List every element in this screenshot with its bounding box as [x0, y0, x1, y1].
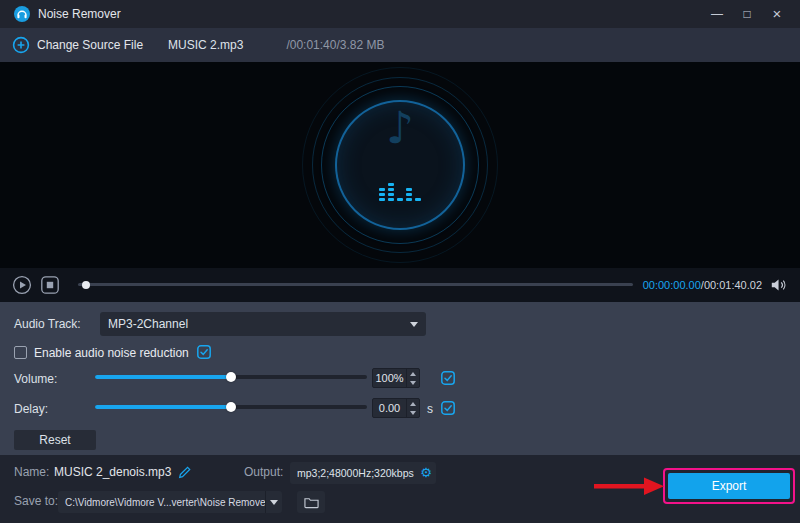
save-path-value: C:\Vidmore\Vidmore V...verter\Noise Remo…	[58, 497, 265, 508]
volume-spinbox[interactable]: 100%	[372, 368, 420, 388]
volume-spin-down-icon[interactable]	[407, 378, 419, 387]
noise-reduction-label: Enable audio noise reduction	[34, 346, 189, 360]
delay-spin-down-icon[interactable]	[407, 408, 419, 417]
play-button[interactable]	[12, 275, 32, 295]
window-controls: — □ ×	[702, 0, 792, 28]
source-file-name: MUSIC 2.mp3	[168, 38, 243, 52]
save-path-dropdown[interactable]	[265, 491, 282, 513]
delay-apply-to-all-icon[interactable]	[440, 400, 456, 416]
change-source-file-button[interactable]: Change Source File	[12, 36, 143, 54]
output-file-name: MUSIC 2_denois.mp3	[54, 465, 171, 479]
stop-button[interactable]	[40, 275, 60, 295]
output-format-value: mp3;2;48000Hz;320kbps	[297, 467, 420, 479]
audio-track-label: Audio Track:	[14, 317, 81, 331]
speaker-volume-icon[interactable]	[770, 277, 788, 293]
volume-fill	[95, 375, 231, 379]
apply-to-all-icon[interactable]	[196, 344, 212, 360]
delay-unit: s	[427, 402, 433, 416]
seek-track	[78, 283, 633, 286]
change-source-label: Change Source File	[37, 38, 143, 52]
delay-handle[interactable]	[226, 402, 236, 412]
delay-value: 0.00	[373, 399, 406, 417]
window-title: Noise Remover	[38, 7, 121, 21]
music-note-icon: ♪	[386, 106, 414, 150]
delay-spin-up-icon[interactable]	[407, 399, 419, 408]
name-label: Name:	[14, 465, 49, 479]
seek-slider[interactable]	[78, 275, 633, 295]
volume-spinners	[406, 369, 419, 387]
noise-reduction-checkbox[interactable]	[14, 346, 27, 359]
settings-panel: Audio Track: MP3-2Channel Enable audio n…	[0, 302, 800, 455]
toolbar: Change Source File MUSIC 2.mp3 /00:01:40…	[0, 28, 800, 62]
save-to-label: Save to:	[14, 494, 58, 508]
volume-handle[interactable]	[226, 372, 236, 382]
close-button[interactable]: ×	[762, 0, 792, 28]
export-button[interactable]: Export	[668, 473, 790, 499]
volume-spin-up-icon[interactable]	[407, 369, 419, 378]
player-bar: 00:00:00.00/00:01:40.02	[0, 268, 800, 302]
total-duration: /00:01:40.02	[701, 279, 762, 291]
output-format-select[interactable]: mp3;2;48000Hz;320kbps ⚙	[290, 462, 436, 484]
delay-fill	[95, 405, 231, 409]
time-display: 00:00:00.00/00:01:40.02	[643, 279, 762, 291]
gear-icon[interactable]: ⚙	[420, 462, 432, 484]
noise-remover-window: Noise Remover — □ × Change Source File M…	[0, 0, 800, 523]
volume-apply-to-all-icon[interactable]	[440, 370, 456, 386]
save-path-select[interactable]: C:\Vidmore\Vidmore V...verter\Noise Remo…	[58, 491, 282, 513]
browse-folder-button[interactable]	[297, 491, 325, 513]
maximize-button[interactable]: □	[732, 0, 762, 28]
audio-disc: ♪	[335, 100, 465, 230]
delay-spinbox[interactable]: 0.00	[372, 398, 420, 418]
output-label: Output:	[244, 465, 283, 479]
volume-label: Volume:	[14, 372, 57, 386]
titlebar: Noise Remover — □ ×	[0, 0, 800, 28]
audio-track-value: MP3-2Channel	[108, 317, 410, 331]
plus-circle-icon	[12, 36, 30, 54]
current-time: 00:00:00.00	[643, 279, 701, 291]
chevron-down-icon	[270, 500, 278, 505]
audio-preview-area: ♪	[0, 62, 800, 268]
audio-track-select[interactable]: MP3-2Channel	[100, 312, 426, 336]
app-logo-headphones-icon	[14, 6, 30, 22]
seek-handle[interactable]	[82, 281, 90, 289]
chevron-down-icon	[410, 322, 418, 327]
edit-pencil-icon[interactable]	[178, 464, 193, 479]
delay-slider[interactable]	[95, 401, 367, 413]
source-file-info: /00:01:40/3.82 MB	[286, 38, 384, 52]
reset-button[interactable]: Reset	[14, 430, 96, 450]
delay-label: Delay:	[14, 402, 48, 416]
volume-value: 100%	[373, 369, 406, 387]
equalizer-bars-icon	[377, 174, 423, 208]
volume-slider[interactable]	[95, 371, 367, 383]
delay-spinners	[406, 399, 419, 417]
minimize-button[interactable]: —	[702, 0, 732, 28]
folder-icon	[304, 496, 319, 509]
